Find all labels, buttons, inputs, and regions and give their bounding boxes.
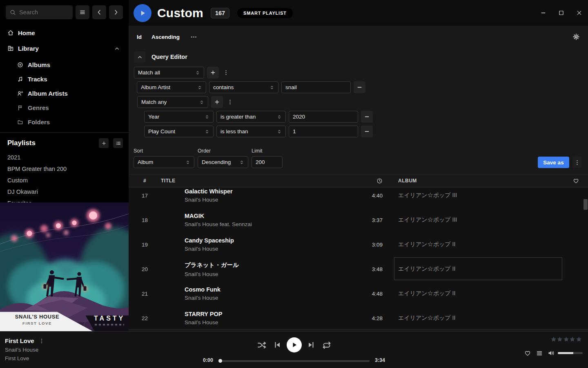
unfold-icon [199, 99, 204, 105]
seek-handle[interactable] [218, 359, 222, 363]
play-pause-button[interactable] [287, 337, 302, 352]
sidebar-item-folders[interactable]: Folders [6, 115, 123, 129]
rule-operator-select[interactable]: is greater than [216, 111, 286, 123]
track-artist[interactable]: Snail’s House [185, 197, 352, 203]
rule-field-select[interactable]: Album Artist [137, 81, 206, 93]
sidebar-item-genres[interactable]: Genres [6, 101, 123, 115]
playlist-item-dj-okawari[interactable]: DJ Okawari [0, 186, 129, 197]
table-row-track-18[interactable]: 18MAGIKSnail’s House feat. Sennzai3:37エイ… [129, 208, 588, 232]
add-rule-button[interactable] [207, 67, 219, 79]
playlist-list-button[interactable] [113, 138, 123, 148]
rating-star-1[interactable] [550, 336, 557, 343]
search-input[interactable] [19, 9, 69, 16]
remove-rule-button[interactable] [361, 111, 373, 123]
rule-operator-select[interactable]: is less than [216, 126, 286, 137]
group-match-select[interactable]: Match any [137, 96, 208, 108]
seek-slider[interactable] [218, 359, 370, 364]
volume-fill [558, 352, 573, 354]
track-album[interactable]: エイリアン☆ポップ III [398, 188, 564, 208]
rating-star-4[interactable] [569, 336, 576, 343]
sidebar-item-home[interactable]: Home [6, 27, 123, 39]
group-rule-menu-button[interactable] [226, 96, 234, 108]
add-group-rule-button[interactable] [211, 96, 223, 108]
track-artist[interactable]: Snail’s House [185, 295, 352, 301]
limit-input[interactable] [252, 156, 283, 168]
save-as-button[interactable]: Save as [538, 157, 569, 168]
chevron-up-icon[interactable] [114, 46, 120, 51]
menu-button[interactable] [76, 5, 89, 19]
track-number: 19 [129, 242, 161, 248]
table-row-track-22[interactable]: 22STARRY POPSnail’s House4:28エイリアン☆ポップ I… [129, 306, 588, 330]
playlist-menu-button[interactable] [572, 157, 581, 168]
rule-operator-select[interactable]: contains [209, 81, 278, 93]
sidebar-item-album-artists[interactable]: Album Artists [6, 86, 123, 101]
forward-button[interactable] [109, 5, 123, 19]
close-button[interactable] [570, 4, 588, 22]
art-label-subtext [95, 324, 124, 325]
table-row-track-20[interactable]: 20プラネット・ガールSnail’s House3:48エイリアン☆ポップ II [129, 257, 588, 281]
search-box[interactable] [6, 5, 73, 19]
favorite-button[interactable] [524, 350, 531, 357]
column-duration[interactable] [352, 178, 384, 184]
remove-rule-button[interactable] [354, 81, 365, 93]
play-playlist-button[interactable] [134, 4, 151, 22]
track-artist[interactable]: Snail’s House [185, 246, 352, 252]
sort-field-button[interactable]: Id [137, 34, 142, 40]
minimize-button[interactable] [534, 4, 552, 22]
repeat-button[interactable] [322, 341, 331, 350]
playlist-item-2021[interactable]: 2021 [0, 152, 129, 163]
unfold-icon [270, 85, 274, 90]
collapse-query-editor-button[interactable] [134, 51, 145, 63]
add-playlist-button[interactable] [99, 138, 109, 148]
volume-slider[interactable] [558, 352, 583, 354]
track-album[interactable]: エイリアン☆ポップ II [398, 232, 564, 257]
track-artist[interactable]: Snail’s House feat. Sennzai [185, 221, 352, 227]
track-album[interactable]: エイリアン☆ポップ II [398, 281, 564, 306]
table-row-track-19[interactable]: 19Candy SpaceshipSnail’s House3:09エイリアン☆… [129, 232, 588, 257]
rating-star-5[interactable] [576, 336, 582, 343]
rating-star-2[interactable] [557, 336, 563, 343]
back-button[interactable] [92, 5, 106, 19]
previous-button[interactable] [274, 341, 281, 349]
order-select[interactable]: Descending [198, 156, 248, 168]
now-playing-art[interactable]: SNAIL'S HOUSE FIRST LOVE TASTY [0, 202, 129, 331]
remove-rule-button[interactable] [361, 126, 373, 137]
rule-field-select[interactable]: Play Count [144, 126, 214, 137]
time-elapsed: 0:00 [191, 357, 213, 363]
column-index[interactable]: # [129, 178, 161, 184]
root-rule-menu-button[interactable] [222, 67, 230, 79]
rule-value-input[interactable] [289, 126, 358, 137]
next-button[interactable] [307, 341, 315, 349]
track-artist[interactable]: Snail’s House [185, 319, 352, 325]
settings-button[interactable] [572, 33, 580, 40]
column-title[interactable]: TITLE [161, 178, 352, 184]
table-row-track-21[interactable]: 21Cosmo FunkSnail’s House4:48エイリアン☆ポップ I… [129, 281, 588, 306]
rating-star-3[interactable] [563, 336, 570, 343]
sidebar-item-library[interactable]: Library [6, 42, 123, 54]
volume-icon[interactable] [548, 350, 555, 357]
queue-button[interactable] [536, 350, 543, 357]
sort-direction-button[interactable]: Ascending [151, 34, 180, 40]
scrollbar-thumb[interactable] [584, 199, 588, 210]
sort-select[interactable]: Album [134, 156, 194, 168]
more-options-button[interactable] [190, 34, 197, 40]
column-favorite[interactable] [564, 178, 588, 184]
rule-value-input[interactable] [289, 111, 358, 123]
sidebar-item-tracks[interactable]: Tracks [6, 72, 123, 86]
column-album[interactable]: ALBUM [398, 178, 564, 184]
sidebar-item-albums[interactable]: Albums [6, 58, 123, 72]
track-album[interactable]: エイリアン☆ポップ II [398, 257, 564, 281]
rule-field-select[interactable]: Year [144, 111, 214, 123]
rule-value-input[interactable] [281, 81, 351, 93]
maximize-button[interactable] [552, 4, 570, 22]
table-row-track-17[interactable]: 17Galactic WhisperSnail’s House4:40エイリアン… [129, 188, 588, 208]
root-match-select[interactable]: Match all [134, 67, 204, 79]
track-album[interactable]: エイリアン☆ポップ III [398, 208, 564, 232]
playlist-item-bpm-greater-than-200[interactable]: BPM Greater than 200 [0, 163, 129, 175]
track-album[interactable]: エイリアン☆ポップ II [398, 306, 564, 330]
track-title: Candy Spaceship [185, 237, 352, 244]
playlist-item-custom[interactable]: Custom [0, 175, 129, 186]
now-playing-album[interactable]: First Love [5, 355, 45, 361]
shuffle-button[interactable] [257, 341, 266, 350]
track-artist[interactable]: Snail’s House [185, 271, 352, 277]
